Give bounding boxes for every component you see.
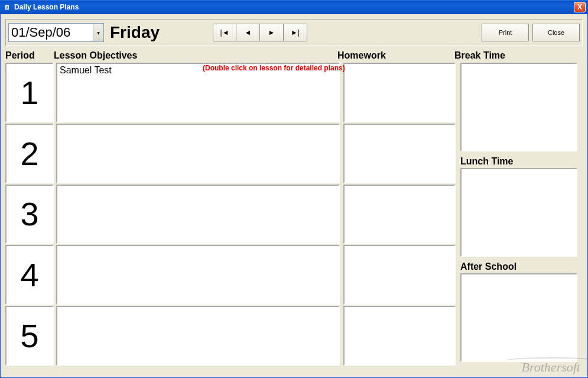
window-body: 01/Sep/06 ▾ Friday |◄ ◄ ► ►| Print xyxy=(0,14,588,378)
main-grid: 1 2 3 4 5 Samuel Test Lunch Time xyxy=(1,63,587,367)
period-number: 1 xyxy=(5,63,54,122)
close-button[interactable]: Close xyxy=(532,24,580,41)
homework-column xyxy=(343,63,456,367)
day-of-week: Friday xyxy=(110,23,160,42)
column-headers: Period Lesson Objectives Homework Break … xyxy=(1,49,587,63)
first-icon: |◄ xyxy=(220,28,229,37)
nav-buttons: |◄ ◄ ► ►| xyxy=(213,24,307,41)
next-icon: ► xyxy=(268,28,275,37)
period-number: 3 xyxy=(5,185,54,244)
break-time-box[interactable] xyxy=(460,63,577,151)
hint-text: (Double click on lesson for detailed pla… xyxy=(203,64,345,72)
prev-icon: ◄ xyxy=(245,28,252,37)
close-icon: X xyxy=(577,3,582,11)
after-school-box[interactable] xyxy=(460,273,577,362)
nav-first-button[interactable]: |◄ xyxy=(213,24,236,41)
nav-prev-button[interactable]: ◄ xyxy=(236,24,260,41)
break-time-block xyxy=(460,63,577,151)
lesson-cell[interactable] xyxy=(56,245,340,305)
nav-next-button[interactable]: ► xyxy=(260,24,284,41)
last-icon: ►| xyxy=(291,28,300,37)
window-close-button[interactable]: X xyxy=(574,2,586,12)
lesson-cell[interactable] xyxy=(56,185,340,244)
periods-column: 1 2 3 4 5 xyxy=(5,63,54,367)
homework-cell[interactable] xyxy=(343,124,456,183)
homework-cell[interactable] xyxy=(343,306,456,366)
side-column: Lunch Time After School xyxy=(460,63,577,367)
title-bar: 🗓 Daily Lesson Plans X xyxy=(0,0,588,14)
window-title: Daily Lesson Plans xyxy=(14,3,574,11)
chevron-down-icon: ▾ xyxy=(93,24,103,41)
period-number: 5 xyxy=(5,306,54,366)
date-picker[interactable]: 01/Sep/06 ▾ xyxy=(8,23,104,42)
action-buttons: Print Close xyxy=(482,24,580,41)
print-button[interactable]: Print xyxy=(482,24,529,41)
header-lesson: Lesson Objectives xyxy=(54,50,337,61)
header-homework: Homework xyxy=(337,50,454,61)
header-after-school: After School xyxy=(460,261,577,272)
lunch-time-block: Lunch Time xyxy=(460,156,577,257)
header-break-time: Break Time xyxy=(454,50,573,61)
header-lunch-time: Lunch Time xyxy=(460,156,577,167)
lesson-cell[interactable] xyxy=(56,306,340,366)
lesson-cell[interactable] xyxy=(56,124,340,183)
header-period: Period xyxy=(5,50,54,61)
lunch-time-box[interactable] xyxy=(460,168,577,257)
homework-cell[interactable] xyxy=(343,63,456,122)
lessons-column: Samuel Test xyxy=(56,63,340,367)
toolbar: 01/Sep/06 ▾ Friday |◄ ◄ ► ►| Print xyxy=(1,14,587,49)
homework-cell[interactable] xyxy=(343,185,456,244)
toolbar-inset: 01/Sep/06 ▾ Friday |◄ ◄ ► ►| Print xyxy=(5,19,583,46)
homework-cell[interactable] xyxy=(343,245,456,305)
date-value: 01/Sep/06 xyxy=(11,25,70,40)
app-icon: 🗓 xyxy=(2,2,12,12)
nav-last-button[interactable]: ►| xyxy=(284,24,307,41)
period-number: 4 xyxy=(5,245,54,305)
period-number: 2 xyxy=(5,124,54,183)
after-school-block: After School xyxy=(460,261,577,362)
